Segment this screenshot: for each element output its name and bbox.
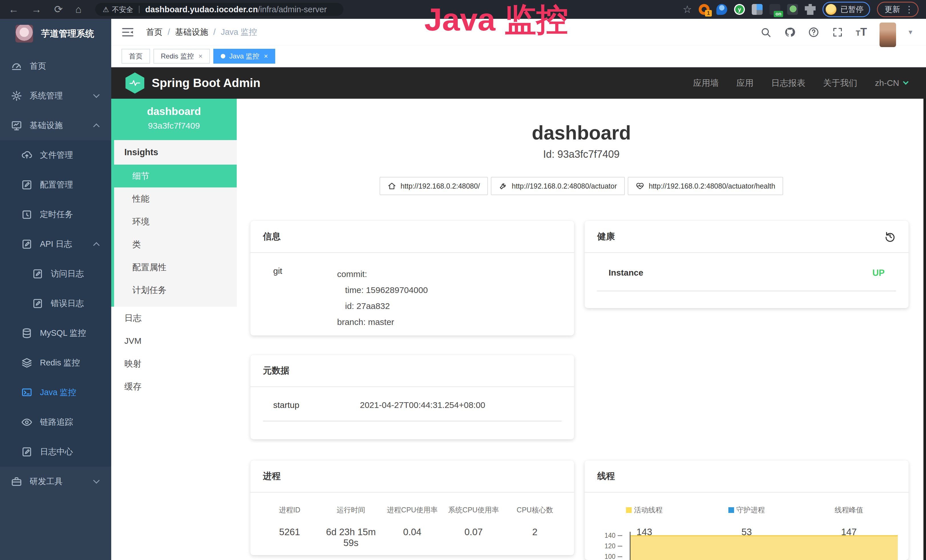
sidebar-item-config-management[interactable]: 配置管理 <box>0 170 111 200</box>
insights-header: Insights <box>114 140 237 165</box>
user-avatar[interactable] <box>879 23 896 47</box>
search-icon[interactable] <box>760 27 772 38</box>
extension-icon-green-circle[interactable]: y <box>734 4 745 15</box>
breadcrumb-infrastructure[interactable]: 基础设施 <box>175 27 208 38</box>
sidebar-collapse-icon[interactable] <box>121 27 134 37</box>
sidebar-item-label: 访问日志 <box>51 268 84 280</box>
forward-icon[interactable]: → <box>31 4 42 15</box>
legend-label: 活动线程 <box>634 505 663 515</box>
close-icon[interactable]: × <box>264 52 268 60</box>
service-url-link[interactable]: http://192.168.0.2:48080/ <box>380 177 488 195</box>
warning-icon: ⚠ <box>103 5 109 14</box>
back-icon[interactable]: ← <box>9 4 19 15</box>
extension-icon-grid[interactable] <box>752 4 763 15</box>
tab-redis-monitor[interactable]: Redis 监控 × <box>153 49 210 64</box>
tab-home[interactable]: 首页 <box>121 49 150 64</box>
menu-item-environment[interactable]: 环境 <box>114 210 237 233</box>
sidebar-item-log-center[interactable]: 日志中心 <box>0 437 111 467</box>
extension-icon-leaf[interactable] <box>787 4 798 15</box>
locale-label: zh-CN <box>875 78 899 88</box>
spring-boot-admin-header: Spring Boot Admin 应用墙 应用 日志报表 关于我们 zh-CN <box>111 67 926 99</box>
actuator-url-link[interactable]: http://192.168.0.2:48080/actuator <box>491 177 625 195</box>
info-row-git: git commit: time: 1596289704000 id: 27aa… <box>263 253 561 336</box>
url-path: /infra/admin-server <box>258 5 327 14</box>
page-title: dashboard <box>237 121 926 144</box>
legend-swatch-live-threads <box>626 507 632 513</box>
sidebar-item-file-management[interactable]: 文件管理 <box>0 140 111 170</box>
wrench-icon <box>499 182 507 190</box>
sidebar-item-access-logs[interactable]: 访问日志 <box>0 259 111 289</box>
git-commit-line: commit: <box>337 266 428 282</box>
sidebar-item-scheduled-tasks[interactable]: 定时任务 <box>0 200 111 229</box>
browser-menu-icon[interactable]: ⋮ <box>905 4 914 15</box>
sidebar-item-infrastructure[interactable]: 基础设施 <box>0 111 111 140</box>
menu-item-classes[interactable]: 类 <box>114 233 237 256</box>
fullscreen-icon[interactable] <box>832 27 843 38</box>
spring-boot-admin-title[interactable]: Spring Boot Admin <box>152 76 260 90</box>
page-instance-id: Id: 93a3fc7f7409 <box>237 148 926 160</box>
nav-journal[interactable]: 日志报表 <box>771 77 805 89</box>
sidebar-item-system[interactable]: 系统管理 <box>0 81 111 111</box>
bookmark-star-icon[interactable]: ☆ <box>683 3 692 15</box>
extension-icon-switch[interactable]: on <box>769 4 780 15</box>
menu-item-caches[interactable]: 缓存 <box>111 375 237 398</box>
eye-icon <box>21 416 33 428</box>
sidebar-item-mysql-monitor[interactable]: MySQL 监控 <box>0 318 111 348</box>
column-header: 运行时间 <box>320 505 381 515</box>
instance-sidebar: dashboard 93a3fc7f7409 Insights 细节 性能 环境… <box>111 99 237 560</box>
health-url-link[interactable]: http://192.168.0.2:48080/actuator/health <box>628 177 783 195</box>
card-title: 元数据 <box>263 365 289 377</box>
github-icon[interactable] <box>784 27 795 38</box>
menu-item-metrics[interactable]: 性能 <box>114 188 237 210</box>
help-icon[interactable] <box>808 27 819 38</box>
nav-about[interactable]: 关于我们 <box>823 77 857 89</box>
sidebar-item-tracing[interactable]: 链路追踪 <box>0 407 111 437</box>
extension-icon-pin[interactable] <box>716 4 727 15</box>
emoji-face-icon <box>826 4 837 15</box>
breadcrumb: 首页 / 基础设施 / Java 监控 <box>146 27 257 38</box>
breadcrumb-home[interactable]: 首页 <box>146 27 163 38</box>
tab-java-monitor[interactable]: Java 监控 × <box>213 49 275 64</box>
locale-selector[interactable]: zh-CN <box>875 78 908 88</box>
column-header: 进程ID <box>259 505 320 515</box>
avatar-caret-icon[interactable]: ▾ <box>909 28 912 36</box>
instance-header[interactable]: dashboard 93a3fc7f7409 <box>111 99 237 140</box>
sidebar-item-error-logs[interactable]: 错误日志 <box>0 289 111 318</box>
paused-indicator[interactable]: 已暂停 <box>823 2 870 17</box>
extensions-puzzle-icon[interactable] <box>805 4 816 15</box>
not-secure-warning[interactable]: ⚠ 不安全 <box>103 5 133 14</box>
tab-label: Java 监控 <box>229 51 259 61</box>
history-icon[interactable] <box>884 230 896 242</box>
legend-label: 线程峰值 <box>835 506 863 514</box>
link-label: http://192.168.0.2:48080/actuator <box>512 182 617 190</box>
card-title: 信息 <box>263 230 281 242</box>
nav-applications[interactable]: 应用 <box>736 77 754 89</box>
nav-application-wall[interactable]: 应用墙 <box>693 77 719 89</box>
menu-item-logs[interactable]: 日志 <box>111 307 237 330</box>
card-metadata: 元数据 startup 2021-04-27T00:44:31.254+08:0… <box>250 355 574 439</box>
menu-item-details[interactable]: 细节 <box>114 165 237 188</box>
sidebar-item-api-logs[interactable]: API 日志 <box>0 229 111 259</box>
sidebar-item-redis-monitor[interactable]: Redis 监控 <box>0 348 111 378</box>
y-axis-tick-120: 120 <box>595 542 616 550</box>
sidebar-item-label: API 日志 <box>40 239 72 250</box>
process-col-cpus: CPU核心数 2 <box>504 505 566 548</box>
link-label: http://192.168.0.2:48080/actuator/health <box>649 182 775 190</box>
page-scrollbar[interactable] <box>923 99 926 560</box>
font-size-icon[interactable]: TT <box>856 26 867 38</box>
pen-icon <box>21 446 33 458</box>
sidebar-item-java-monitor[interactable]: Java 监控 <box>0 378 111 407</box>
home-icon[interactable]: ⌂ <box>75 4 82 15</box>
sidebar-item-dev-tools[interactable]: 研发工具 <box>0 467 111 496</box>
sidebar-item-home[interactable]: 首页 <box>0 51 111 81</box>
sidebar-menu: 首页 系统管理 基础设施 文件管理 配置管理 <box>0 48 111 496</box>
reload-icon[interactable]: ⟳ <box>54 4 63 15</box>
menu-item-jvm[interactable]: JVM <box>111 330 237 352</box>
extension-icon-orange[interactable]: 1 <box>699 4 710 15</box>
chrome-update-button[interactable]: 更新 ⋮ <box>877 2 918 17</box>
close-icon[interactable]: × <box>198 52 203 60</box>
menu-item-config-props[interactable]: 配置属性 <box>114 256 237 279</box>
address-bar[interactable]: ⚠ 不安全 dashboard.yudao.iocoder.cn /infra/… <box>95 3 343 16</box>
menu-item-scheduled-tasks[interactable]: 计划任务 <box>114 279 237 301</box>
menu-item-mappings[interactable]: 映射 <box>111 352 237 375</box>
